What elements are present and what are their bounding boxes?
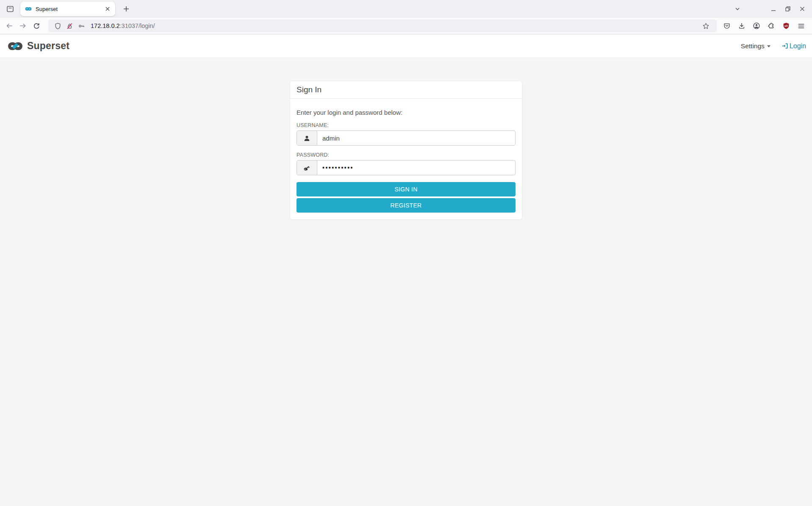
login-link[interactable]: Login [782,42,806,50]
forward-button[interactable] [16,19,30,33]
reload-button[interactable] [30,19,43,33]
url-text: 172.18.0.2:31037/login/ [91,22,155,29]
user-icon [297,131,317,145]
username-input-group [297,130,515,146]
settings-menu[interactable]: Settings [741,42,770,50]
page-content: Sign In Enter your login and password be… [0,81,812,506]
pocket-icon[interactable] [720,19,734,33]
brand-title: Superset [27,40,69,52]
password-label: PASSWORD: [297,152,515,158]
address-bar[interactable]: 172.18.0.2:31037/login/ [48,19,717,32]
card-title: Sign In [297,86,515,94]
card-header: Sign In [290,81,522,99]
superset-brand[interactable]: Superset [6,40,69,53]
sign-in-card: Sign In Enter your login and password be… [290,81,522,220]
toolbar-extension-area: uO [720,19,808,33]
login-label: Login [790,42,806,50]
downloads-icon[interactable] [735,19,748,33]
list-all-tabs-icon[interactable] [731,2,744,16]
password-input-group [297,160,515,175]
browser-toolbar: 172.18.0.2:31037/login/ uO [0,18,812,34]
username-label: USERNAME: [297,122,515,128]
svg-text:uO: uO [784,25,788,27]
card-body: Enter your login and password below: USE… [290,109,522,219]
window-restore-button[interactable] [781,2,795,16]
back-button[interactable] [3,19,16,33]
window-close-button[interactable] [795,2,809,16]
tab-bar: Superset [0,0,812,18]
sign-in-button[interactable]: SIGN IN [297,182,515,196]
saved-password-key-icon[interactable] [76,21,86,31]
password-input[interactable] [317,160,515,175]
tracking-protection-shield-icon[interactable] [53,21,63,31]
tab-close-icon[interactable] [103,4,113,14]
superset-navbar: Superset Settings Login [0,34,812,58]
superset-logo-icon [6,40,25,53]
ublock-origin-icon[interactable]: uO [779,19,793,33]
settings-label: Settings [741,42,765,50]
window-minimize-button[interactable] [766,2,781,16]
chevron-down-icon [767,45,770,47]
key-icon [297,160,317,175]
url-path: :31037/login/ [120,22,155,29]
account-icon[interactable] [750,19,763,33]
bookmark-star-icon[interactable] [701,21,711,31]
firefox-view-icon[interactable] [3,2,17,16]
browser-window: Superset [0,0,812,506]
tab-title: Superset [36,6,103,12]
sign-in-icon [782,42,789,50]
superset-favicon-icon [25,6,32,12]
register-button[interactable]: REGISTER [297,198,515,213]
username-input[interactable] [317,131,515,145]
url-host: 172.18.0.2 [91,22,120,29]
extensions-puzzle-icon[interactable] [765,19,778,33]
new-tab-button[interactable] [119,2,133,16]
browser-tab-superset[interactable]: Superset [20,2,115,16]
insecure-lock-icon[interactable] [64,21,75,31]
instruction-text: Enter your login and password below: [297,109,515,116]
menu-hamburger-icon[interactable] [794,19,808,33]
